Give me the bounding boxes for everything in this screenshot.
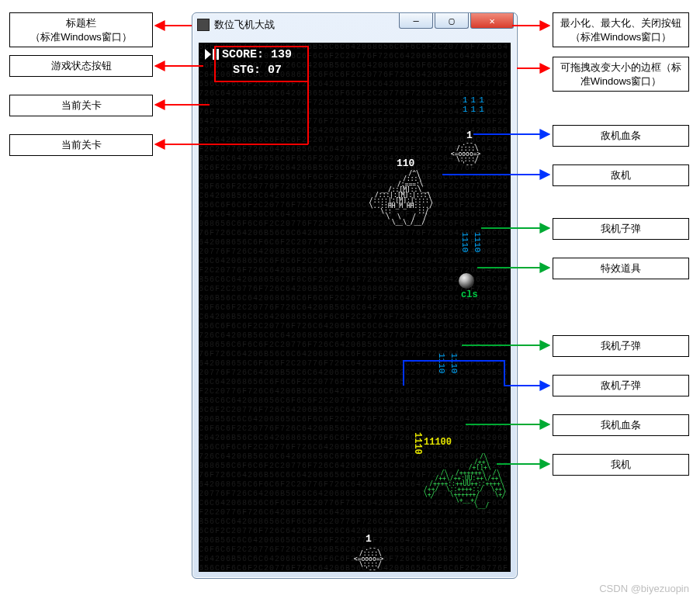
minimize-icon: — (413, 16, 418, 26)
callout-enemy: 敌机 (553, 164, 689, 186)
my-bullet-sprite-3b: 1110 (452, 353, 456, 373)
my-ship: /\ /++\ /+[]+\ /\ /++++++\ /\ /++\/++:UU… (424, 454, 506, 508)
callout-enemy-hp: 敌机血条 (553, 125, 689, 147)
close-button[interactable]: ✕ (470, 13, 514, 29)
callout-current-stage-1: 当前关卡 (9, 95, 153, 116)
callout-my-bullet-2: 我机子弹 (553, 335, 689, 357)
svg-rect-1 (213, 49, 215, 60)
pause-icon[interactable] (205, 49, 219, 60)
my-bullet-sprite-2a: 1110 (463, 232, 467, 252)
callout-window-buttons: 最小化、最大化、关闭按钮（标准Windows窗口） (553, 12, 689, 47)
my-hp: 11100 (424, 437, 452, 448)
callout-titlebar: 标题栏（标准Windows窗口） (9, 12, 153, 47)
item-label: cls (461, 289, 478, 300)
svg-marker-0 (205, 49, 211, 60)
maximize-button[interactable]: ▢ (435, 13, 469, 29)
my-bullet-sprite-top-a: 111 (463, 97, 487, 104)
callout-current-stage-2: 当前关卡 (9, 134, 153, 156)
game-window: 数位飞机大战 — ▢ ✕ 6C6F2C20776F726C64206B56C6C… (192, 12, 518, 579)
enemy-hp-main: 110 (397, 158, 414, 169)
titlebar[interactable]: 数位飞机大战 — ▢ ✕ (192, 13, 517, 36)
special-item (459, 273, 474, 289)
callout-my-bullet-1: 我机子弹 (553, 218, 689, 240)
my-bullet-sprite-3a: 1110 (439, 353, 444, 373)
callout-enemy-bullet: 敌机子弹 (553, 375, 689, 396)
callout-special-item: 特效道具 (553, 258, 689, 279)
window-title: 数位飞机大战 (214, 18, 275, 32)
bomb-icon (459, 273, 474, 289)
enemy-ship-main: /^\ /:::\ /:===:\ __/::[M]::\__ /:::|:[M… (366, 171, 433, 225)
callout-my-hp: 我机血条 (553, 414, 689, 436)
maximize-icon: ▢ (449, 16, 454, 26)
hud: SCORE: 139 STG: 07 (205, 47, 292, 78)
my-bullet-sprite-top-b: 111 (463, 106, 487, 113)
minimize-button[interactable]: — (399, 13, 433, 29)
stage-text: STG: 07 (233, 64, 282, 77)
callout-my-ship: 我机 (553, 454, 689, 476)
enemy-hp-small-bottom: 1 (366, 533, 372, 545)
enemy-ship-small-bottom: .--. /::::\ <=oooo=> \::::/ '--' (350, 545, 383, 572)
app-icon (197, 19, 210, 31)
my-hp-vertical: 1110 (412, 432, 423, 455)
enemy-ship-small-top: .--. /::::\ <=oooo=> \::::/ '--' (447, 140, 480, 168)
watermark: CSDN @biyezuopin (599, 583, 689, 594)
score-text: SCORE: 139 (222, 48, 292, 61)
close-icon: ✕ (489, 16, 494, 26)
svg-rect-2 (217, 49, 219, 60)
game-client-area[interactable]: 6C6F2C20776F726C64206B56C6C642068656C6F6… (199, 43, 511, 572)
callout-game-status-button: 游戏状态按钮 (9, 55, 153, 77)
my-bullet-sprite-2b: 1110 (475, 232, 480, 252)
callout-resize-border: 可拖拽改变大小的边框（标准Windows窗口） (553, 57, 689, 92)
